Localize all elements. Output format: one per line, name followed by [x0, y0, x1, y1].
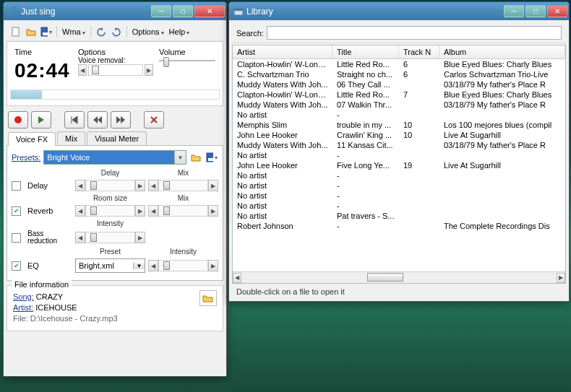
- table-row[interactable]: No artistPat travers - S...: [233, 211, 565, 221]
- cell-track: 19: [399, 160, 439, 170]
- grid-hscrollbar[interactable]: ◀ ▶: [233, 271, 565, 283]
- table-row[interactable]: No artist-: [233, 170, 565, 180]
- voice-removal-slider[interactable]: ◀ ▶: [78, 64, 153, 76]
- delay-mix-slider[interactable]: ◀▶: [148, 180, 218, 191]
- presets-combo[interactable]: Bright Voice ▼: [43, 150, 186, 165]
- redo-icon[interactable]: [110, 25, 123, 38]
- skip-start-button[interactable]: [64, 111, 85, 129]
- cell-artist: Memphis Slim: [233, 120, 332, 130]
- eq-intensity-slider[interactable]: ◀▶: [148, 260, 218, 271]
- table-row[interactable]: C. Schvartzman TrioStraight no ch...6Car…: [233, 69, 565, 79]
- cell-album: [439, 180, 565, 191]
- table-row[interactable]: No artist-: [233, 110, 565, 120]
- table-row[interactable]: John Lee HookerCrawlin' King ...10Live A…: [233, 130, 565, 140]
- cell-artist: Clapton-Howlin' W-Lond...: [233, 59, 332, 69]
- tab-visual-meter[interactable]: Visual Meter: [87, 131, 147, 145]
- table-row[interactable]: Clapton-Howlin' W-Lond...Little Red Ro..…: [233, 59, 565, 69]
- table-row[interactable]: No artist-: [233, 191, 565, 201]
- table-row[interactable]: No artist-: [233, 180, 565, 191]
- cell-title: -: [332, 170, 399, 180]
- save-icon[interactable]: [40, 25, 53, 38]
- cell-title: Straight no ch...: [332, 69, 399, 79]
- help-menu[interactable]: Help: [168, 27, 192, 36]
- cell-artist: C. Schvartzman Trio: [233, 69, 332, 79]
- bass-checkbox[interactable]: [12, 233, 21, 243]
- cell-title: Five Long Ye...: [332, 160, 399, 170]
- col-title[interactable]: Title: [332, 45, 399, 58]
- table-row[interactable]: Clapton-Howlin' W-Lond...Little Red Ro..…: [233, 90, 565, 100]
- cell-track: [399, 221, 439, 231]
- cell-track: 10: [399, 120, 439, 130]
- cell-title: Crawlin' King ...: [332, 130, 399, 140]
- library-titlebar[interactable]: Library ─ □ ✕: [229, 2, 569, 20]
- cell-track: [399, 110, 439, 120]
- delay-checkbox[interactable]: [12, 181, 21, 191]
- format-dropdown[interactable]: Wma: [61, 27, 87, 36]
- table-row[interactable]: Memphis Slimtrouble in my ...10Los 100 m…: [233, 120, 565, 130]
- preset-save-icon[interactable]: [205, 151, 218, 164]
- cell-artist: No artist: [233, 170, 332, 180]
- table-row[interactable]: No artist-: [233, 150, 565, 160]
- cell-track: [399, 180, 439, 191]
- eq-preset-combo[interactable]: Bright.xml▼: [75, 258, 145, 273]
- cell-title: 06 They Call ...: [332, 79, 399, 90]
- bass-intensity-slider[interactable]: ◀▶: [75, 232, 145, 243]
- reverb-mix-slider[interactable]: ◀▶: [148, 205, 218, 217]
- file-path-label: File:: [13, 314, 28, 323]
- tab-voice-fx[interactable]: Voice FX: [8, 132, 56, 146]
- play-button[interactable]: [31, 111, 51, 129]
- cell-album: Live At Sugarhill: [439, 130, 565, 140]
- open-folder-icon[interactable]: [25, 25, 38, 38]
- record-button[interactable]: [8, 111, 28, 129]
- table-row[interactable]: Muddy Waters With Joh...06 They Call ...…: [233, 79, 565, 90]
- cell-artist: Muddy Waters With Joh...: [233, 79, 332, 90]
- tab-mix[interactable]: Mix: [57, 131, 85, 145]
- cell-artist: John Lee Hooker: [233, 130, 332, 140]
- undo-icon[interactable]: [95, 25, 108, 38]
- eq-checkbox[interactable]: ✔: [12, 261, 21, 271]
- delay-amount-slider[interactable]: ◀▶: [75, 180, 145, 191]
- volume-slider[interactable]: [159, 56, 215, 65]
- cell-title: -: [332, 150, 399, 160]
- cell-track: [399, 140, 439, 150]
- table-row[interactable]: Muddy Waters With Joh...11 Kansas Cit...…: [233, 140, 565, 150]
- lib-close-button[interactable]: ✕: [547, 5, 567, 17]
- delay-col2-label: Mix: [148, 169, 218, 177]
- new-file-icon[interactable]: [9, 25, 22, 38]
- cell-artist: No artist: [233, 191, 332, 201]
- time-label: Time: [14, 48, 72, 56]
- table-row[interactable]: Robert Johnson-The Complete Recordings D…: [233, 221, 565, 231]
- col-track[interactable]: Track N: [399, 45, 439, 58]
- maximize-button[interactable]: □: [173, 5, 193, 17]
- rewind-button[interactable]: [87, 111, 108, 129]
- options-label: Options: [78, 48, 153, 56]
- cell-album: Blue Eyed Blues: Charly Blues: [439, 59, 565, 69]
- cell-track: 10: [399, 130, 439, 140]
- cell-artist: Muddy Waters With Joh...: [233, 140, 332, 150]
- cell-title: -: [332, 110, 399, 120]
- close-button[interactable]: ✕: [194, 5, 225, 17]
- col-artist[interactable]: Artist: [233, 45, 332, 58]
- reverb-checkbox[interactable]: ✔: [12, 206, 21, 216]
- file-info-panel: File information Song:CRAZY Artist:ICEHO…: [7, 285, 223, 331]
- search-input[interactable]: [267, 26, 562, 40]
- preset-open-icon[interactable]: [189, 151, 202, 164]
- lib-maximize-button[interactable]: □: [525, 5, 546, 17]
- minimize-button[interactable]: ─: [151, 5, 171, 17]
- lib-minimize-button[interactable]: ─: [504, 5, 524, 17]
- cell-album: Los 100 mejores blues (compil: [439, 120, 565, 130]
- forward-button[interactable]: [111, 111, 131, 129]
- col-album[interactable]: Album: [439, 45, 565, 58]
- table-row[interactable]: No artist-: [233, 201, 565, 211]
- reverb-col1-label: Room size: [75, 194, 145, 202]
- options-menu[interactable]: Options: [131, 27, 166, 36]
- main-titlebar[interactable]: Just sing ─ □ ✕: [4, 2, 226, 20]
- seek-bar[interactable]: [10, 90, 220, 100]
- cell-track: [399, 150, 439, 160]
- table-row[interactable]: John Lee HookerFive Long Ye...19Live At …: [233, 160, 565, 170]
- file-open-icon[interactable]: [199, 290, 217, 306]
- table-row[interactable]: Muddy Waters With Joh...07 Walkin Thr...…: [233, 100, 565, 110]
- reverb-size-slider[interactable]: ◀▶: [75, 205, 145, 217]
- stop-button[interactable]: [144, 111, 164, 129]
- cell-title: trouble in my ...: [332, 120, 399, 130]
